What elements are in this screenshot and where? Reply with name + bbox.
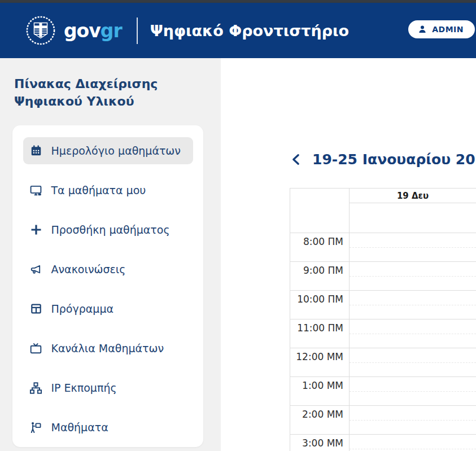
half-hour-line [350, 247, 476, 248]
logo-gov-text: gov [64, 20, 101, 42]
sidebar-item-label: Ανακοινώσεις [51, 263, 126, 275]
hour-row: 2:00 ΜΜ [290, 405, 476, 434]
half-hour-line [350, 362, 476, 363]
time-label: 2:00 ΜΜ [290, 406, 350, 434]
week-title: 19-25 Ιανουαρίου 2026 [312, 151, 476, 168]
calendar-slot[interactable] [350, 319, 476, 348]
time-label: 11:00 ΠΜ [290, 319, 350, 348]
sidebar-item-ip-broadcast[interactable]: IP Εκπομπής [23, 374, 193, 401]
time-label: 10:00 ΠΜ [290, 291, 350, 319]
plus-icon [29, 223, 43, 237]
hour-row: 8:00 ΠΜ [290, 233, 476, 261]
hour-row: 3:00 ΜΜ [290, 434, 476, 451]
sidebar-item-label: Τα μαθήματα μου [51, 184, 146, 196]
calendar-slot[interactable] [350, 291, 476, 319]
govgr-wordmark: govgr [64, 20, 122, 42]
greek-emblem-icon [25, 15, 56, 46]
megaphone-icon [29, 262, 43, 276]
tour-icon [29, 421, 43, 434]
logo-gr-text: gr [101, 20, 122, 42]
sidebar-item-my-lessons[interactable]: Τα μαθήματα μου [23, 177, 193, 204]
header-divider [137, 17, 138, 44]
app-title: Ψηφιακό Φροντιστήριο [150, 22, 349, 40]
app-header: govgr Ψηφιακό Φροντιστήριο ADMIN [0, 3, 476, 58]
chevron-left-icon [289, 152, 303, 167]
govgr-logo[interactable]: govgr [25, 15, 122, 46]
sidebar-item-lesson-calendar[interactable]: Ημερολόγιο μαθημάτων [23, 137, 193, 164]
calendar-header-row: 19 Δευ [290, 189, 476, 233]
sidebar-item-announcements[interactable]: Ανακοινώσεις [23, 256, 193, 283]
sidebar-item-schedule[interactable]: Πρόγραμμα [23, 295, 193, 322]
calendar-slot[interactable] [350, 348, 476, 376]
hour-row: 1:00 ΜΜ [290, 376, 476, 405]
time-label: 9:00 ΠΜ [290, 262, 350, 290]
time-label: 12:00 ΜΜ [290, 348, 350, 376]
network-icon [29, 381, 43, 395]
time-label: 8:00 ΠΜ [290, 233, 350, 261]
admin-button[interactable]: ADMIN [408, 20, 475, 38]
sidebar-item-label: Μαθήματα [51, 421, 108, 434]
sidebar-item-label: Πρόγραμμα [51, 303, 114, 315]
calendar-slot[interactable] [350, 406, 476, 434]
admin-button-label: ADMIN [432, 25, 464, 34]
week-calendar-grid: 19 Δευ 8:00 ΠΜ 9:00 ΠΜ 10:00 ΠΜ 11:00 ΠΜ [290, 188, 476, 451]
time-label: 3:00 ΜΜ [290, 435, 350, 451]
calendar-day-header: 19 Δευ [350, 189, 476, 233]
sidebar: Πίνακας Διαχείρισης Ψηφιακού Υλικού Ημερ… [0, 58, 221, 451]
sidebar-menu-card: Ημερολόγιο μαθημάτων Τα μαθήματα μου [12, 125, 203, 447]
hour-row: 9:00 ΠΜ [290, 261, 476, 290]
week-navigation: 19-25 Ιανουαρίου 2026 [289, 151, 476, 168]
hour-row: 12:00 ΜΜ [290, 348, 476, 376]
time-label: 1:00 ΜΜ [290, 377, 350, 405]
sidebar-item-label: Προσθήκη μαθήματος [51, 224, 170, 236]
monitor-icon [29, 183, 43, 197]
sidebar-item-label: Ημερολόγιο μαθημάτων [51, 145, 181, 157]
sidebar-item-lesson-channels[interactable]: Κανάλια Μαθημάτων [23, 335, 193, 362]
calendar-icon [29, 144, 43, 157]
half-hour-line [350, 276, 476, 277]
all-day-slot[interactable] [350, 203, 476, 233]
sidebar-item-label: IP Εκπομπής [51, 382, 117, 394]
app-frame: govgr Ψηφιακό Φροντιστήριο ADMIN Πίνακας… [0, 0, 476, 451]
half-hour-line [350, 449, 476, 449]
main-content: 19-25 Ιανουαρίου 2026 19 Δευ 8:00 ΠΜ 9:0… [221, 58, 476, 451]
hour-row: 11:00 ΠΜ [290, 319, 476, 348]
day-header-label: 19 Δευ [350, 189, 476, 203]
sidebar-title: Πίνακας Διαχείρισης Ψηφιακού Υλικού [14, 75, 189, 110]
person-icon [417, 24, 427, 34]
sidebar-item-label: Κανάλια Μαθημάτων [51, 342, 164, 354]
tv-icon [29, 341, 43, 355]
half-hour-line [350, 420, 476, 421]
hour-row: 10:00 ΠΜ [290, 290, 476, 319]
table-icon [29, 302, 43, 316]
sidebar-item-add-lesson[interactable]: Προσθήκη μαθήματος [23, 216, 193, 243]
previous-week-button[interactable] [289, 152, 303, 168]
half-hour-line [350, 305, 476, 305]
half-hour-line [350, 391, 476, 392]
sidebar-item-lessons[interactable]: Μαθήματα [23, 414, 193, 441]
half-hour-line [350, 334, 476, 334]
calendar-slot[interactable] [350, 233, 476, 261]
calendar-slot[interactable] [350, 262, 476, 290]
calendar-gutter-header [290, 189, 350, 233]
calendar-slot[interactable] [350, 377, 476, 405]
calendar-slot[interactable] [350, 435, 476, 451]
